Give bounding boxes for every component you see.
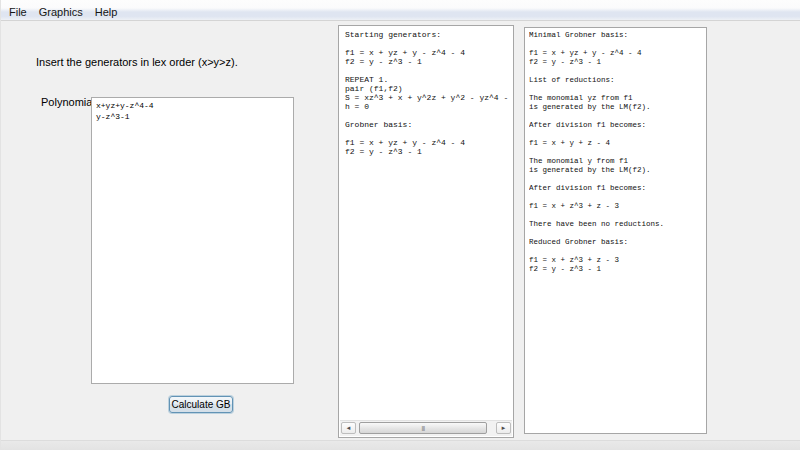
calculate-gb-button[interactable]: Calculate GB	[169, 396, 233, 413]
polynomials-input[interactable]: x+yz+y-z^4-4 y-z^3-1	[91, 97, 294, 384]
horizontal-scrollbar[interactable]: ◄ ||| ►	[340, 420, 512, 436]
computation-log-panel: Starting generators: f1 = x + yz + y - z…	[338, 25, 514, 438]
menubar: File Graphics Help	[1, 0, 800, 21]
reduction-result-text: Minimal Grobner basis: f1 = x + yz + y -…	[529, 31, 704, 274]
app-window: File Graphics Help Insert the generators…	[0, 0, 800, 450]
menu-graphics[interactable]: Graphics	[33, 5, 89, 19]
bottom-strip	[1, 440, 800, 450]
reduction-result-panel: Minimal Grobner basis: f1 = x + yz + y -…	[524, 27, 707, 434]
computation-log-text: Starting generators: f1 = x + yz + y - z…	[345, 30, 511, 406]
scroll-left-icon[interactable]: ◄	[341, 422, 356, 434]
menu-help[interactable]: Help	[89, 5, 124, 19]
generators-instruction: Insert the generators in lex order (x>y>…	[36, 56, 238, 68]
menu-file[interactable]: File	[3, 5, 33, 19]
scroll-right-icon[interactable]: ►	[496, 422, 511, 434]
scrollbar-thumb[interactable]: |||	[359, 422, 487, 434]
